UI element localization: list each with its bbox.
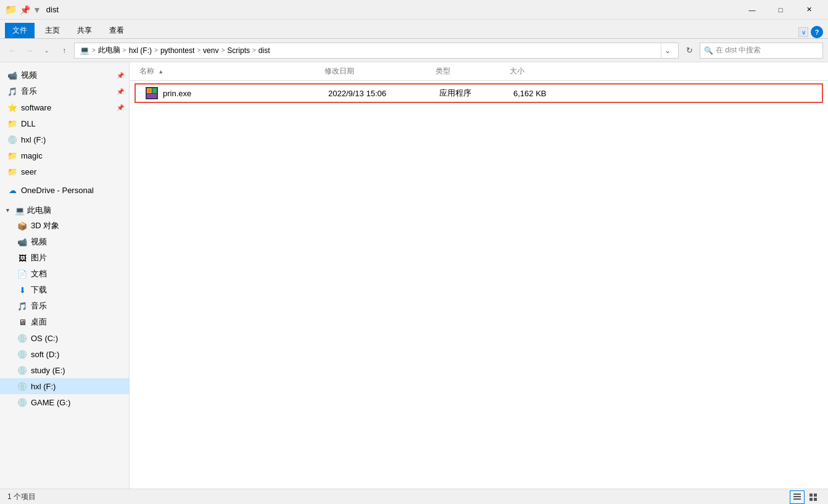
sidebar: 📹 视频 📌 🎵 音乐 📌 ⭐ software 📌 📁 DLL 💿 hxl (… — [0, 62, 130, 489]
video-icon: 📹 — [7, 70, 17, 80]
drive-icon-quick: 💿 — [7, 134, 17, 144]
sidebar-item-label: 文档 — [31, 268, 47, 279]
help-button[interactable]: ? — [811, 26, 823, 38]
computer-icon: 💻 — [15, 206, 25, 215]
minimize-button[interactable]: — — [738, 0, 766, 20]
svg-rect-4 — [148, 89, 151, 92]
search-box[interactable]: 🔍 在 dist 中搜索 — [700, 43, 823, 59]
sidebar-item-f-drive[interactable]: 💿 hxl (F:) — [0, 378, 129, 394]
up-button[interactable]: ↑ — [57, 43, 72, 58]
sidebar-item-pictures[interactable]: 🖼 图片 — [0, 250, 129, 266]
sidebar-item-videos[interactable]: 📹 视频 — [0, 234, 129, 250]
document-icon: 📄 — [17, 269, 27, 279]
sidebar-item-label: study (E:) — [31, 366, 65, 375]
exe-icon — [146, 87, 158, 99]
address-path: 💻 > 此电脑 > hxl (F:) > pythontest > venv >… — [80, 45, 661, 56]
pin-icon: 📌 — [117, 72, 124, 79]
sidebar-item-hxl-quick[interactable]: 💿 hxl (F:) — [0, 131, 129, 147]
sidebar-item-label: 此电脑 — [27, 205, 51, 216]
maximize-button[interactable]: □ — [766, 0, 795, 20]
sidebar-item-g-drive[interactable]: 💿 GAME (G:) — [0, 394, 129, 410]
path-segment-venv[interactable]: venv — [203, 46, 218, 55]
path-segment-drive[interactable]: hxl (F:) — [129, 46, 152, 55]
titlebar-pin-icon: 📌 — [20, 5, 30, 15]
path-sep: > — [123, 47, 126, 54]
download-icon: ⬇ — [17, 285, 27, 295]
this-pc-section: ▼ 💻 此电脑 📦 3D 对象 📹 视频 🖼 图片 📄 文档 ⬇ — [0, 200, 129, 410]
sidebar-item-label: DLL — [21, 119, 36, 128]
path-segment-root[interactable]: 此电脑 — [98, 45, 120, 56]
tab-view[interactable]: 查看 — [101, 22, 132, 38]
sidebar-item-label: seer — [21, 167, 36, 176]
sidebar-item-label: OneDrive - Personal — [21, 186, 94, 195]
titlebar-arrow-icon: ▼ — [33, 5, 41, 15]
sidebar-item-onedrive[interactable]: ☁ OneDrive - Personal — [0, 182, 129, 198]
sidebar-item-seer[interactable]: 📁 seer — [0, 163, 129, 180]
close-button[interactable]: ✕ — [795, 0, 823, 20]
sidebar-item-downloads[interactable]: ⬇ 下载 — [0, 282, 129, 298]
back-button[interactable]: ← — [5, 43, 20, 58]
titlebar-title: dist — [46, 5, 738, 14]
address-dropdown-btn[interactable]: ⌄ — [661, 43, 673, 58]
file-type-cell: 应用程序 — [439, 88, 513, 99]
video-icon: 📹 — [17, 237, 27, 247]
details-view-button[interactable] — [790, 490, 805, 504]
path-sep: > — [154, 47, 158, 54]
file-date-cell: 2022/9/13 15:06 — [328, 89, 439, 98]
ribbon-tabs: 文件 主页 共享 查看 ∨ ? — [0, 20, 828, 38]
sidebar-item-c-drive[interactable]: 💿 OS (C:) — [0, 330, 129, 346]
titlebar-icons: 📁 📌 ▼ — [5, 4, 41, 15]
svg-rect-11 — [814, 498, 817, 501]
search-placeholder: 在 dist 中搜索 — [716, 45, 761, 56]
sidebar-item-d-drive[interactable]: 💿 soft (D:) — [0, 346, 129, 362]
col-header-name[interactable]: 名称 ▲ — [139, 66, 325, 76]
quick-access-section: 📹 视频 📌 🎵 音乐 📌 ⭐ software 📌 📁 DLL 💿 hxl (… — [0, 65, 129, 180]
forward-button[interactable]: → — [22, 43, 37, 58]
sidebar-item-documents[interactable]: 📄 文档 — [0, 266, 129, 282]
col-header-size[interactable]: 大小 — [510, 66, 571, 76]
file-type-value: 应用程序 — [439, 88, 471, 97]
sidebar-item-music-quick[interactable]: 🎵 音乐 📌 — [0, 83, 129, 99]
path-segment-scripts[interactable]: Scripts — [227, 46, 250, 55]
sidebar-item-dll[interactable]: 📁 DLL — [0, 115, 129, 131]
col-header-date[interactable]: 修改日期 — [325, 66, 436, 76]
search-icon: 🔍 — [704, 46, 713, 55]
tab-file[interactable]: 文件 — [5, 23, 35, 38]
tab-share[interactable]: 共享 — [69, 22, 100, 38]
sidebar-item-label: software — [21, 103, 51, 112]
path-sep: > — [252, 47, 256, 54]
star-folder-icon: ⭐ — [7, 102, 17, 112]
sidebar-item-e-drive[interactable]: 💿 study (E:) — [0, 362, 129, 378]
drive-g-icon: 💿 — [17, 397, 27, 407]
sidebar-item-software[interactable]: ⭐ software 📌 — [0, 99, 129, 115]
svg-rect-3 — [147, 94, 157, 98]
table-row[interactable]: prin.exe 2022/9/13 15:06 应用程序 6,162 KB — [135, 83, 823, 103]
sidebar-item-desktop[interactable]: 🖥 桌面 — [0, 314, 129, 330]
sidebar-item-3d[interactable]: 📦 3D 对象 — [0, 218, 129, 234]
folder-dll-icon: 📁 — [7, 118, 17, 128]
tab-home[interactable]: 主页 — [37, 22, 68, 38]
addressbar: ← → ⌄ ↑ 💻 > 此电脑 > hxl (F:) > pythontest … — [0, 39, 828, 62]
sidebar-item-videos-quick[interactable]: 📹 视频 📌 — [0, 67, 129, 83]
address-box[interactable]: 💻 > 此电脑 > hxl (F:) > pythontest > venv >… — [74, 43, 679, 59]
ribbon-dropdown-btn[interactable]: ∨ — [798, 27, 808, 37]
pin-icon: 📌 — [117, 88, 124, 95]
sidebar-item-label: magic — [21, 151, 43, 160]
sidebar-item-music[interactable]: 🎵 音乐 — [0, 298, 129, 314]
expand-icon: ▼ — [5, 207, 12, 213]
window-controls[interactable]: — □ ✕ — [738, 0, 823, 20]
col-header-type[interactable]: 类型 — [436, 66, 510, 76]
sidebar-item-label: 3D 对象 — [31, 220, 59, 231]
drive-c-icon: 💿 — [17, 333, 27, 343]
titlebar: 📁 📌 ▼ dist — □ ✕ — [0, 0, 828, 20]
sidebar-item-magic[interactable]: 📁 magic — [0, 147, 129, 163]
path-segment-pythontest[interactable]: pythontest — [160, 46, 194, 55]
path-segment-dist[interactable]: dist — [259, 46, 270, 55]
list-view-button[interactable] — [806, 490, 821, 504]
folder-seer-icon: 📁 — [7, 167, 17, 176]
up-dropdown-button[interactable]: ⌄ — [39, 43, 54, 58]
refresh-button[interactable]: ↻ — [681, 43, 697, 59]
path-sep: > — [92, 47, 96, 54]
sidebar-item-label: 音乐 — [21, 86, 37, 97]
sidebar-item-this-pc[interactable]: ▼ 💻 此电脑 — [0, 203, 129, 218]
